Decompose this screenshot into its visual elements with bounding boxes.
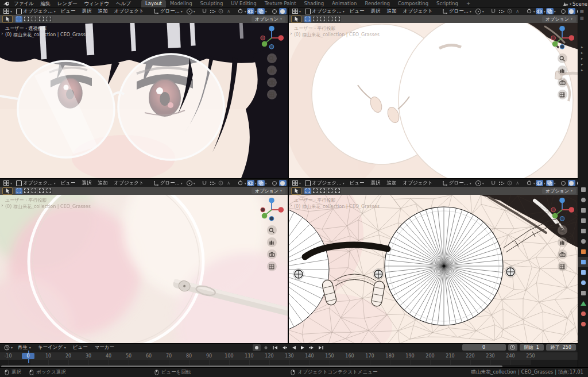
show-gizmo-button[interactable] (237, 180, 244, 186)
falloff-curve-icon[interactable]: ∧ (225, 180, 233, 186)
frame-end-field[interactable]: 終了250 (546, 344, 576, 351)
pivot-point-selector[interactable]: ▾ (185, 180, 197, 186)
gizmo-x-axis[interactable] (569, 35, 575, 41)
menu-view[interactable]: ビュー (347, 180, 368, 187)
current-frame-indicator[interactable]: 0 (22, 353, 34, 359)
camera-view-button[interactable] (267, 78, 277, 87)
timeline-editor-type-button[interactable]: ▾ (2, 345, 14, 351)
gizmo-z-neg[interactable] (560, 217, 564, 221)
shading-solid-button[interactable] (279, 180, 287, 186)
next-keyframe-button[interactable] (308, 344, 316, 351)
menu-keying[interactable]: キーイング ▾ (34, 344, 69, 351)
falloff-curve-icon[interactable]: ∧ (225, 8, 233, 14)
properties-tab-render[interactable] (578, 195, 588, 205)
active-tool-tweak-button[interactable] (2, 16, 13, 23)
orientation-gizmo[interactable] (258, 197, 285, 223)
camera-view-button[interactable] (558, 78, 567, 87)
editor-type-button[interactable]: ▾ (291, 9, 303, 14)
topbar-menu-1[interactable]: 編集 (37, 0, 54, 7)
timeline-ruler[interactable]: -100102030405060708090100110120130140150… (0, 352, 578, 360)
properties-tab-object[interactable] (578, 247, 588, 257)
select-mode-extend-button[interactable] (23, 16, 30, 22)
properties-tab-constraints[interactable] (578, 288, 588, 298)
ortho-toggle-button[interactable] (558, 261, 567, 271)
gizmo-x-neg[interactable] (261, 36, 265, 40)
editor-type-button[interactable]: ▾ (2, 9, 14, 14)
pan-button[interactable] (558, 237, 567, 247)
snap-settings-dropdown[interactable]: ▾ (498, 180, 505, 186)
shading-solid-button[interactable] (568, 180, 575, 186)
gizmo-z-axis[interactable] (559, 26, 565, 32)
show-gizmo-button[interactable] (525, 8, 533, 14)
menu-add[interactable]: 追加 (95, 8, 111, 15)
ortho-toggle-button[interactable] (267, 261, 277, 271)
gizmo-y-axis[interactable] (552, 213, 558, 219)
mode-selector[interactable]: オブジェク...▾ (303, 8, 346, 15)
gizmo-x-axis[interactable] (278, 207, 284, 213)
workspace-tab-6[interactable]: Animation (328, 0, 361, 7)
active-tool-tweak-button[interactable] (291, 187, 301, 195)
gizmo-x-axis[interactable] (569, 207, 575, 213)
select-mode-intersect-button[interactable] (334, 16, 341, 22)
zoom-button[interactable] (558, 225, 567, 235)
workspace-tab-2[interactable]: Sculpting (196, 0, 227, 7)
properties-tab-world[interactable] (578, 236, 588, 247)
camera-view-button[interactable] (558, 249, 567, 259)
use-preview-range-button[interactable] (508, 344, 517, 351)
shading-wireframe-button[interactable] (560, 8, 567, 14)
gizmo-x-neg[interactable] (261, 207, 265, 212)
show-gizmo-button[interactable] (237, 8, 244, 14)
pan-button[interactable] (558, 66, 567, 75)
properties-tab-view-layer[interactable] (578, 216, 588, 226)
mode-selector[interactable]: オブジェク...▾ (14, 8, 57, 15)
orientation-gizmo[interactable] (258, 25, 285, 51)
menu-add[interactable]: 追加 (95, 180, 111, 187)
proportional-editing-icon[interactable] (506, 8, 513, 14)
select-mode-subtract-button[interactable] (30, 188, 37, 194)
menu-object[interactable]: オブジェクト (400, 8, 436, 15)
properties-tab-data[interactable] (578, 298, 588, 309)
select-mode-extend-button[interactable] (312, 188, 319, 194)
toolbar-expand-arrow[interactable]: › (290, 202, 292, 208)
gizmo-z-axis[interactable] (269, 198, 274, 203)
gizmo-y-axis[interactable] (552, 41, 558, 47)
options-dropdown[interactable]: オプション▾ (542, 188, 576, 194)
auto-keying-button[interactable] (253, 344, 261, 351)
workspace-tab-10[interactable]: + (462, 0, 474, 7)
menu-add[interactable]: 追加 (384, 180, 400, 187)
select-mode-invert-button[interactable] (327, 16, 334, 22)
workspace-tab-1[interactable]: Modeling (166, 0, 196, 7)
shading-wireframe-button[interactable] (271, 180, 278, 186)
gizmo-z-neg[interactable] (269, 217, 274, 221)
menu-view[interactable]: ビュー (69, 344, 91, 351)
play-reverse-button[interactable] (289, 344, 297, 351)
select-mode-subtract-button[interactable] (319, 16, 326, 22)
gizmo-y-axis[interactable] (262, 41, 268, 47)
properties-tab-scene[interactable] (578, 226, 588, 236)
transform-orientation-selector[interactable]: グロー...▾ (441, 8, 473, 15)
pivot-point-selector[interactable]: ▾ (474, 9, 486, 14)
editor-type-button[interactable]: ▾ (2, 180, 14, 186)
workspace-tab-9[interactable]: Scripting (432, 0, 462, 7)
show-overlays-button[interactable] (247, 180, 254, 186)
camera-view-button[interactable] (267, 249, 277, 259)
properties-tab-tool[interactable] (578, 184, 588, 195)
blender-logo-icon[interactable] (2, 1, 10, 7)
shading-wireframe-button[interactable] (560, 180, 567, 186)
options-dropdown[interactable]: オプション▾ (252, 16, 285, 22)
gizmo-z-neg[interactable] (269, 45, 274, 49)
show-overlays-button[interactable] (536, 8, 543, 14)
select-mode-new-button[interactable] (304, 188, 311, 194)
current-frame-field[interactable]: 0 (462, 344, 506, 351)
topbar-menu-0[interactable]: ファイル (10, 0, 37, 7)
menu-select[interactable]: 選択 (368, 8, 384, 15)
scene-selector[interactable]: ▾ Scene (563, 1, 588, 7)
snap-settings-dropdown[interactable]: ▾ (498, 8, 505, 14)
snap-magnet-icon[interactable] (201, 8, 208, 14)
menu-view[interactable]: ビュー (347, 8, 368, 15)
outliner-expand-arrow[interactable]: ▸ (578, 50, 588, 56)
falloff-curve-icon[interactable]: ∧ (514, 180, 521, 186)
snap-settings-dropdown[interactable]: ▾ (209, 180, 216, 186)
properties-tab-output[interactable] (578, 205, 588, 216)
pivot-point-selector[interactable]: ▾ (185, 9, 197, 14)
